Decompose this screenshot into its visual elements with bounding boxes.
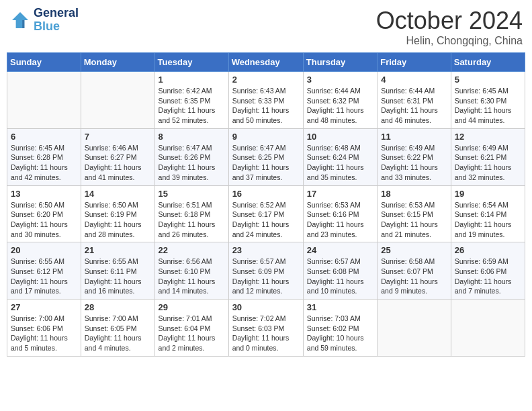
day-info: Sunrise: 6:50 AMSunset: 6:19 PMDaylight:… [85,200,151,240]
calendar-cell: 29Sunrise: 7:01 AMSunset: 6:04 PMDayligh… [154,300,228,357]
calendar-cell: 23Sunrise: 6:57 AMSunset: 6:09 PMDayligh… [228,242,303,300]
calendar-cell: 6Sunrise: 6:45 AMSunset: 6:28 PMDaylight… [7,128,81,185]
calendar: SundayMondayTuesdayWednesdayThursdayFrid… [7,52,525,357]
calendar-week-row: 6Sunrise: 6:45 AMSunset: 6:28 PMDaylight… [7,128,525,185]
day-number: 13 [11,189,77,199]
day-info: Sunrise: 6:58 AMSunset: 6:07 PMDaylight:… [381,257,447,296]
day-number: 23 [232,245,300,255]
day-info: Sunrise: 6:51 AMSunset: 6:18 PMDaylight:… [159,200,225,240]
day-info: Sunrise: 6:50 AMSunset: 6:20 PMDaylight:… [11,200,77,240]
title-block: October 2024 Helin, Chongqing, China [376,7,523,47]
calendar-week-row: 1Sunrise: 6:42 AMSunset: 6:35 PMDaylight… [7,72,525,129]
month-title: October 2024 [376,7,523,35]
day-number: 22 [159,245,225,255]
calendar-cell: 15Sunrise: 6:51 AMSunset: 6:18 PMDayligh… [154,185,228,242]
calendar-cell: 25Sunrise: 6:58 AMSunset: 6:07 PMDayligh… [378,242,451,300]
day-number: 7 [85,132,151,142]
logo: General Blue [9,7,79,34]
calendar-cell: 13Sunrise: 6:50 AMSunset: 6:20 PMDayligh… [7,185,81,242]
day-number: 28 [85,302,151,312]
day-info: Sunrise: 6:45 AMSunset: 6:28 PMDaylight:… [11,143,77,183]
logo-line2: Blue [34,20,79,34]
day-number: 5 [455,75,521,85]
day-info: Sunrise: 7:01 AMSunset: 6:04 PMDaylight:… [159,314,225,353]
page-header: General Blue October 2024 Helin, Chongqi… [7,7,525,47]
calendar-cell: 3Sunrise: 6:44 AMSunset: 6:32 PMDaylight… [303,72,377,129]
day-info: Sunrise: 6:44 AMSunset: 6:31 PMDaylight:… [381,86,447,126]
calendar-cell: 24Sunrise: 6:57 AMSunset: 6:08 PMDayligh… [303,242,377,300]
calendar-cell: 18Sunrise: 6:53 AMSunset: 6:15 PMDayligh… [378,185,451,242]
day-info: Sunrise: 6:53 AMSunset: 6:16 PMDaylight:… [307,200,373,240]
day-info: Sunrise: 6:46 AMSunset: 6:27 PMDaylight:… [85,143,151,183]
calendar-cell: 7Sunrise: 6:46 AMSunset: 6:27 PMDaylight… [81,128,154,185]
calendar-cell [451,300,525,357]
weekday-header: Saturday [451,53,525,72]
weekday-header-row: SundayMondayTuesdayWednesdayThursdayFrid… [7,53,525,72]
day-number: 27 [11,302,77,312]
calendar-cell: 19Sunrise: 6:54 AMSunset: 6:14 PMDayligh… [451,185,525,242]
logo-line1: General [34,7,79,20]
weekday-header: Tuesday [154,53,228,72]
logo-text: General Blue [34,7,79,34]
day-info: Sunrise: 6:42 AMSunset: 6:35 PMDaylight:… [159,86,225,126]
calendar-cell: 8Sunrise: 6:47 AMSunset: 6:26 PMDaylight… [154,128,228,185]
day-number: 4 [381,75,447,85]
weekday-header: Sunday [7,53,81,72]
day-info: Sunrise: 6:49 AMSunset: 6:21 PMDaylight:… [455,143,521,183]
calendar-cell [81,72,154,129]
calendar-cell: 2Sunrise: 6:43 AMSunset: 6:33 PMDaylight… [228,72,303,129]
calendar-cell: 14Sunrise: 6:50 AMSunset: 6:19 PMDayligh… [81,185,154,242]
day-number: 12 [455,132,521,142]
calendar-cell [7,72,81,129]
calendar-cell [378,300,451,357]
calendar-cell: 26Sunrise: 6:59 AMSunset: 6:06 PMDayligh… [451,242,525,300]
day-info: Sunrise: 7:02 AMSunset: 6:03 PMDaylight:… [232,314,300,353]
day-info: Sunrise: 7:03 AMSunset: 6:02 PMDaylight:… [307,314,373,353]
calendar-cell: 31Sunrise: 7:03 AMSunset: 6:02 PMDayligh… [303,300,377,357]
day-number: 2 [232,75,300,85]
day-number: 15 [159,189,225,199]
calendar-cell: 22Sunrise: 6:56 AMSunset: 6:10 PMDayligh… [154,242,228,300]
day-number: 10 [307,132,373,142]
day-number: 14 [85,189,151,199]
day-number: 18 [381,189,447,199]
day-number: 25 [381,245,447,255]
calendar-cell: 4Sunrise: 6:44 AMSunset: 6:31 PMDaylight… [378,72,451,129]
calendar-cell: 16Sunrise: 6:52 AMSunset: 6:17 PMDayligh… [228,185,303,242]
day-info: Sunrise: 6:56 AMSunset: 6:10 PMDaylight:… [159,257,225,296]
calendar-week-row: 27Sunrise: 7:00 AMSunset: 6:06 PMDayligh… [7,300,525,357]
day-number: 26 [455,245,521,255]
calendar-cell: 9Sunrise: 6:47 AMSunset: 6:25 PMDaylight… [228,128,303,185]
calendar-week-row: 20Sunrise: 6:55 AMSunset: 6:12 PMDayligh… [7,242,525,300]
weekday-header: Friday [378,53,451,72]
calendar-cell: 30Sunrise: 7:02 AMSunset: 6:03 PMDayligh… [228,300,303,357]
calendar-cell: 27Sunrise: 7:00 AMSunset: 6:06 PMDayligh… [7,300,81,357]
calendar-cell: 11Sunrise: 6:49 AMSunset: 6:22 PMDayligh… [378,128,451,185]
calendar-week-row: 13Sunrise: 6:50 AMSunset: 6:20 PMDayligh… [7,185,525,242]
weekday-header: Wednesday [228,53,303,72]
day-number: 6 [11,132,77,142]
day-number: 11 [381,132,447,142]
day-info: Sunrise: 6:47 AMSunset: 6:25 PMDaylight:… [232,143,300,183]
day-number: 24 [307,245,373,255]
day-info: Sunrise: 7:00 AMSunset: 6:05 PMDaylight:… [85,314,151,353]
day-info: Sunrise: 6:57 AMSunset: 6:08 PMDaylight:… [307,257,373,296]
day-info: Sunrise: 6:55 AMSunset: 6:11 PMDaylight:… [85,257,151,296]
day-number: 1 [159,75,225,85]
day-number: 16 [232,189,300,199]
weekday-header: Thursday [303,53,377,72]
day-info: Sunrise: 6:44 AMSunset: 6:32 PMDaylight:… [307,86,373,126]
day-number: 8 [159,132,225,142]
location: Helin, Chongqing, China [376,35,523,47]
calendar-cell: 20Sunrise: 6:55 AMSunset: 6:12 PMDayligh… [7,242,81,300]
day-info: Sunrise: 6:55 AMSunset: 6:12 PMDaylight:… [11,257,77,296]
day-number: 17 [307,189,373,199]
day-number: 20 [11,245,77,255]
day-info: Sunrise: 6:45 AMSunset: 6:30 PMDaylight:… [455,86,521,126]
day-number: 30 [232,302,300,312]
day-info: Sunrise: 6:59 AMSunset: 6:06 PMDaylight:… [455,257,521,296]
day-number: 29 [159,302,225,312]
day-number: 3 [307,75,373,85]
calendar-cell: 5Sunrise: 6:45 AMSunset: 6:30 PMDaylight… [451,72,525,129]
weekday-header: Monday [81,53,154,72]
